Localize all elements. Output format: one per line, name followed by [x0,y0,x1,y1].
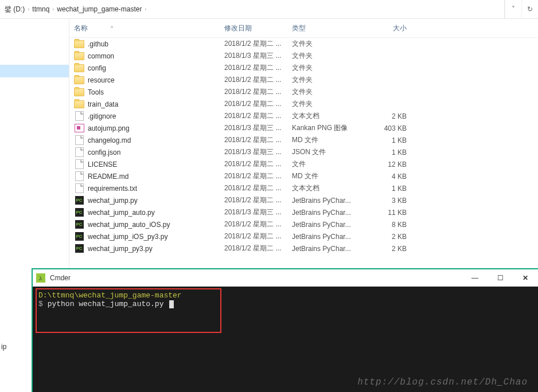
column-header-type[interactable]: 类型 [292,23,367,33]
file-type: MD 文件 [292,135,367,145]
file-row[interactable]: Tools2018/1/2 星期二 ...文件夹 [69,86,538,98]
file-type: Kankan PNG 图像 [292,123,367,133]
file-type: 文本文档 [292,183,367,193]
cmder-logo-icon: λ [36,273,45,283]
terminal-title: Cmder [50,274,71,282]
file-row[interactable]: PCwechat_jump_py3.py2018/1/2 星期二 ...JetB… [69,242,538,254]
chevron-right-icon: › [51,6,55,12]
file-row[interactable]: config.json2018/1/3 星期三 ...JSON 文件1 KB [69,146,538,158]
file-row[interactable]: changelog.md2018/1/2 星期二 ...MD 文件1 KB [69,134,538,146]
file-type: 文本文档 [292,111,367,121]
file-name: requirements.txt [88,185,224,193]
dropdown-button[interactable]: ˅ [505,0,521,18]
file-icon [74,172,84,181]
column-headers: 名称 ^ 修改日期 类型 大小 [69,19,538,38]
terminal-body[interactable]: D:\ttmnq\wechat_jump_game-master $ pytho… [33,287,538,392]
file-date: 2018/1/2 星期二 ... [224,232,292,241]
file-icon [74,148,84,157]
chevron-right-icon: › [143,6,147,12]
file-name: README.md [88,173,224,181]
file-size: 8 KB [367,221,407,229]
terminal-cursor [169,300,174,308]
file-name: config [88,64,224,72]
file-row[interactable]: PCwechat_jump_auto.py2018/1/3 星期三 ...Jet… [69,206,538,218]
file-name: wechat_jump_auto.py [88,209,224,217]
folder-icon [74,40,84,49]
file-row[interactable]: PCwechat_jump_auto_iOS.py2018/1/2 星期二 ..… [69,218,538,230]
file-name: LICENSE [88,160,224,168]
file-date: 2018/1/3 星期三 ... [224,147,292,157]
python-icon: PC [74,232,84,241]
file-date: 2018/1/3 星期三 ... [224,207,292,217]
file-type: JetBrains PyChar... [292,233,367,241]
file-date: 2018/1/2 星期二 ... [224,75,292,85]
file-row[interactable]: .github2018/1/2 星期二 ...文件夹 [69,38,538,50]
file-date: 2018/1/2 星期二 ... [224,159,292,169]
terminal-prompt-symbol: $ [38,300,43,308]
file-date: 2018/1/3 星期三 ... [224,51,292,61]
file-size: 1 KB [367,148,407,156]
file-name: common [88,52,224,60]
maximize-button[interactable]: ☐ [488,269,513,287]
file-row[interactable]: autojump.png2018/1/3 星期三 ...Kankan PNG 图… [69,122,538,134]
file-size: 2 KB [367,112,407,120]
file-size: 11 KB [367,209,407,217]
terminal-prompt-path: D:\ttmnq\wechat_jump_game-master [38,291,532,300]
file-row[interactable]: LICENSE2018/1/2 星期二 ...文件12 KB [69,158,538,170]
sidebar-item-selected[interactable] [0,65,69,77]
folder-icon [74,76,84,85]
column-header-size[interactable]: 大小 [367,23,407,33]
column-header-name[interactable]: 名称 [74,23,88,33]
file-row[interactable]: config2018/1/2 星期二 ...文件夹 [69,62,538,74]
python-icon: PC [74,220,84,229]
file-type: 文件夹 [292,39,367,49]
terminal-command: python wechat_jump_auto.py [48,300,164,308]
truncated-label: ip [1,343,6,351]
breadcrumb-segment[interactable]: ttmnq [30,5,51,13]
file-row[interactable]: train_data2018/1/2 星期二 ...文件夹 [69,98,538,110]
folder-icon [74,64,84,73]
file-name: Tools [88,88,224,96]
file-name: wechat_jump_iOS_py3.py [88,233,224,241]
file-date: 2018/1/2 星期二 ... [224,39,292,49]
file-row[interactable]: common2018/1/3 星期三 ...文件夹 [69,50,538,62]
cmder-terminal-window: λ Cmder — ☐ ✕ D:\ttmnq\wechat_jump_game-… [32,268,538,392]
file-row[interactable]: .gitignore2018/1/2 星期二 ...文本文档2 KB [69,110,538,122]
watermark-text: http://blog.csdn.net/Dh_Chao [357,377,528,387]
folder-icon [74,52,84,61]
file-type: MD 文件 [292,171,367,181]
file-type: JetBrains PyChar... [292,209,367,217]
close-button[interactable]: ✕ [513,269,538,287]
file-type: 文件夹 [292,87,367,97]
file-name: autojump.png [88,124,224,132]
terminal-titlebar[interactable]: λ Cmder — ☐ ✕ [33,269,538,287]
folder-icon [74,100,84,109]
file-date: 2018/1/2 星期二 ... [224,63,292,73]
python-icon: PC [74,244,84,253]
file-row[interactable]: README.md2018/1/2 星期二 ...MD 文件4 KB [69,170,538,182]
refresh-button[interactable]: ↻ [521,0,538,18]
python-icon: PC [74,208,84,217]
file-date: 2018/1/2 星期二 ... [224,195,292,205]
minimize-button[interactable]: — [462,269,488,287]
file-size: 2 KB [367,233,407,241]
file-type: JetBrains PyChar... [292,221,367,229]
file-row[interactable]: resource2018/1/2 星期二 ...文件夹 [69,74,538,86]
file-name: config.json [88,148,224,156]
address-bar[interactable]: 鐾 (D:) › ttmnq › wechat_jump_game-master… [0,0,538,19]
breadcrumb-segment[interactable]: wechat_jump_game-master [55,5,143,13]
file-icon [74,136,84,145]
file-icon [74,160,84,169]
chevron-right-icon: › [26,6,30,12]
file-size: 403 KB [367,124,407,132]
file-type: JetBrains PyChar... [292,197,367,205]
breadcrumb-drive[interactable]: 鐾 (D:) [3,5,26,14]
file-name: .gitignore [88,112,224,120]
file-row[interactable]: PCwechat_jump.py2018/1/2 星期二 ...JetBrain… [69,194,538,206]
file-name: train_data [88,100,224,108]
column-header-date[interactable]: 修改日期 [224,23,292,33]
file-row[interactable]: PCwechat_jump_iOS_py3.py2018/1/2 星期二 ...… [69,230,538,242]
file-date: 2018/1/2 星期二 ... [224,219,292,229]
file-row[interactable]: requirements.txt2018/1/2 星期二 ...文本文档1 KB [69,182,538,194]
file-date: 2018/1/2 星期二 ... [224,135,292,145]
